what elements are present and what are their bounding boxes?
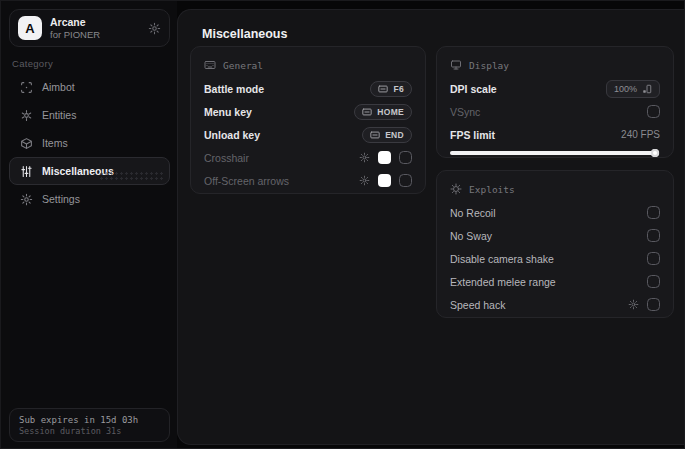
setting-row-unload-key: Unload key END — [204, 123, 412, 146]
sidebar-item-label: Aimbot — [42, 81, 75, 93]
gear-icon — [20, 193, 33, 206]
setting-label: Extended melee range — [450, 276, 556, 288]
panel-header-label: Display — [469, 60, 509, 71]
exploits-panel: Exploits No Recoil No Sway Disable camer… — [436, 170, 674, 318]
main-content: Miscellaneous General Battle mode — [177, 9, 685, 445]
setting-label: Battle mode — [204, 83, 264, 95]
keybind-value: F6 — [393, 84, 404, 94]
sidebar-item-aimbot[interactable]: Aimbot — [9, 73, 170, 101]
crosshair-color-swatch[interactable] — [378, 151, 391, 164]
keybind-value: HOME — [377, 107, 404, 117]
display-panel-header: Display — [450, 57, 660, 73]
extended-melee-range-checkbox[interactable] — [647, 275, 660, 288]
exploits-panel-header: Exploits — [450, 181, 660, 197]
general-panel: General Battle mode F6 Menu key — [190, 46, 426, 194]
setting-row-crosshair: Crosshair — [204, 146, 412, 169]
fps-slider-fill — [450, 151, 656, 155]
page-title: Miscellaneous — [202, 27, 287, 41]
sidebar-item-label: Entities — [42, 109, 76, 121]
setting-row-vsync: VSync — [450, 100, 660, 123]
setting-label: Crosshair — [204, 152, 249, 164]
monitor-icon — [450, 59, 462, 71]
no-sway-checkbox[interactable] — [647, 229, 660, 242]
crosshair-settings-gear-icon[interactable] — [359, 152, 370, 163]
no-recoil-checkbox[interactable] — [647, 206, 660, 219]
panel-header-label: General — [223, 60, 263, 71]
sliders-icon — [20, 165, 33, 178]
sidebar-nav: Aimbot Entities Items — [9, 73, 170, 213]
setting-label: Disable camera shake — [450, 253, 554, 265]
scale-icon — [642, 84, 652, 94]
keybind-value: END — [385, 130, 404, 140]
arcane-cheat-menu-window: A Arcane for PIONER Category — [0, 0, 685, 449]
setting-row-no-sway: No Sway — [450, 224, 660, 247]
setting-label: Speed hack — [450, 299, 505, 311]
exploits-icon — [450, 183, 462, 195]
offscreen-color-swatch[interactable] — [378, 174, 391, 187]
setting-row-dpi-scale: DPI scale 100% — [450, 77, 660, 100]
setting-row-offscreen-arrows: Off-Screen arrows — [204, 169, 412, 192]
keybind-badge-menu-key[interactable]: HOME — [354, 104, 412, 120]
sidebar-item-entities[interactable]: Entities — [9, 101, 170, 129]
category-label: Category — [12, 58, 53, 69]
keybind-badge-battle-mode[interactable]: F6 — [370, 81, 412, 97]
keyboard-icon — [378, 84, 388, 94]
setting-row-speed-hack: Speed hack — [450, 293, 660, 316]
setting-row-disable-camera-shake: Disable camera shake — [450, 247, 660, 270]
keyboard-icon — [362, 107, 372, 117]
setting-label: Unload key — [204, 129, 260, 141]
app-subtitle: for PIONER — [50, 29, 140, 41]
setting-label: DPI scale — [450, 83, 497, 95]
dpi-scale-value: 100% — [614, 84, 637, 94]
keybind-badge-unload-key[interactable]: END — [362, 127, 412, 143]
scan-icon — [20, 81, 33, 94]
setting-label: No Sway — [450, 230, 492, 242]
dots-decoration — [99, 171, 163, 181]
general-panel-header: General — [204, 57, 412, 73]
setting-row-no-recoil: No Recoil — [450, 201, 660, 224]
app-name: Arcane — [50, 16, 140, 29]
setting-row-battle-mode: Battle mode F6 — [204, 77, 412, 100]
session-duration-text: Session duration 31s — [19, 426, 160, 436]
vsync-checkbox[interactable] — [647, 105, 660, 118]
setting-row-menu-key: Menu key HOME — [204, 100, 412, 123]
setting-label: Menu key — [204, 106, 252, 118]
setting-row-fps-limit: FPS limit 240 FPS — [450, 123, 660, 146]
sidebar-item-label: Settings — [42, 193, 80, 205]
settings-gear-icon[interactable] — [148, 22, 161, 35]
fps-slider-knob[interactable] — [651, 149, 659, 157]
brand-text: Arcane for PIONER — [50, 16, 140, 41]
setting-row-extended-melee-range: Extended melee range — [450, 270, 660, 293]
sidebar-item-label: Items — [42, 137, 68, 149]
speed-hack-checkbox[interactable] — [647, 298, 660, 311]
spark-icon — [20, 109, 33, 122]
dpi-scale-selector[interactable]: 100% — [606, 80, 660, 98]
display-panel: Display DPI scale 100% VSync — [436, 46, 674, 158]
keyboard-icon — [370, 130, 380, 140]
crosshair-checkbox[interactable] — [399, 151, 412, 164]
fps-limit-value: 240 FPS — [621, 129, 660, 140]
sidebar-item-items[interactable]: Items — [9, 129, 170, 157]
speed-hack-settings-gear-icon[interactable] — [628, 299, 639, 310]
package-icon — [20, 137, 33, 150]
setting-label: No Recoil — [450, 207, 496, 219]
keyboard-icon — [204, 59, 216, 71]
sub-expiry-text: Sub expires in 15d 03h — [19, 415, 160, 425]
sidebar-item-miscellaneous[interactable]: Miscellaneous — [9, 157, 170, 185]
offscreen-checkbox[interactable] — [399, 174, 412, 187]
fps-limit-slider[interactable] — [450, 151, 660, 155]
offscreen-settings-gear-icon[interactable] — [359, 175, 370, 186]
app-logo: A — [18, 16, 42, 40]
panel-header-label: Exploits — [469, 184, 515, 195]
setting-label: VSync — [450, 106, 480, 118]
sidebar: A Arcane for PIONER Category — [1, 1, 177, 449]
brand-box: A Arcane for PIONER — [9, 9, 170, 47]
setting-label: FPS limit — [450, 129, 495, 141]
disable-camera-shake-checkbox[interactable] — [647, 252, 660, 265]
sidebar-item-settings[interactable]: Settings — [9, 185, 170, 213]
setting-label: Off-Screen arrows — [204, 175, 289, 187]
subscription-info-box: Sub expires in 15d 03h Session duration … — [9, 408, 170, 442]
